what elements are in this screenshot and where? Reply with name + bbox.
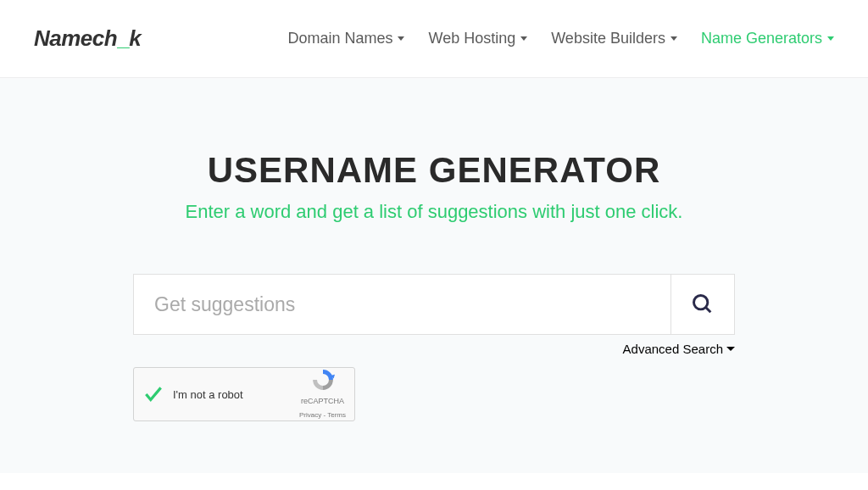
checkmark-icon [142, 383, 164, 405]
recaptcha-widget[interactable]: I'm not a robot reCAPTCHA Privacy - Term… [133, 367, 355, 421]
search-box [133, 274, 735, 335]
search-button[interactable] [670, 275, 734, 334]
nav-domain-names[interactable]: Domain Names [287, 30, 404, 47]
recaptcha-label: I'm not a robot [173, 388, 299, 401]
advanced-search-link[interactable]: Advanced Search [623, 342, 735, 356]
search-input[interactable] [134, 275, 670, 334]
svg-line-1 [706, 308, 711, 313]
nav-website-builders[interactable]: Website Builders [551, 30, 677, 47]
recaptcha-branding: reCAPTCHA Privacy - Terms [299, 368, 346, 420]
recaptcha-checkbox[interactable] [142, 383, 164, 405]
nav-item-label: Name Generators [701, 30, 822, 47]
logo-text-1: Namech [34, 25, 117, 51]
site-header: Namech_k Domain Names Web Hosting Websit… [0, 0, 868, 78]
caret-down-icon [726, 347, 735, 351]
nav-item-label: Web Hosting [428, 30, 515, 47]
chevron-down-icon [670, 36, 677, 41]
logo-underscore: _ [117, 25, 129, 51]
nav-item-label: Domain Names [287, 30, 392, 47]
advanced-search-label: Advanced Search [623, 342, 723, 356]
nav-item-label: Website Builders [551, 30, 665, 47]
chevron-down-icon [827, 36, 834, 41]
recaptcha-links: Privacy - Terms [299, 411, 346, 419]
search-icon [691, 292, 715, 316]
logo-text-2: k [129, 25, 141, 51]
main-nav: Domain Names Web Hosting Website Builder… [287, 30, 834, 47]
site-logo[interactable]: Namech_k [34, 25, 141, 52]
nav-web-hosting[interactable]: Web Hosting [428, 30, 527, 47]
search-container: Advanced Search I'm not a robot reCAPTCH… [133, 274, 735, 421]
recaptcha-brand-text: reCAPTCHA [299, 397, 346, 405]
page-title: USERNAME GENERATOR [17, 150, 851, 191]
chevron-down-icon [520, 36, 527, 41]
page-subtitle: Enter a word and get a list of suggestio… [17, 201, 851, 223]
svg-point-0 [694, 296, 708, 309]
nav-name-generators[interactable]: Name Generators [701, 30, 834, 47]
advanced-search-row: Advanced Search [133, 342, 735, 357]
chevron-down-icon [398, 36, 404, 41]
main-content: USERNAME GENERATOR Enter a word and get … [0, 78, 868, 473]
recaptcha-logo-icon [311, 368, 335, 392]
